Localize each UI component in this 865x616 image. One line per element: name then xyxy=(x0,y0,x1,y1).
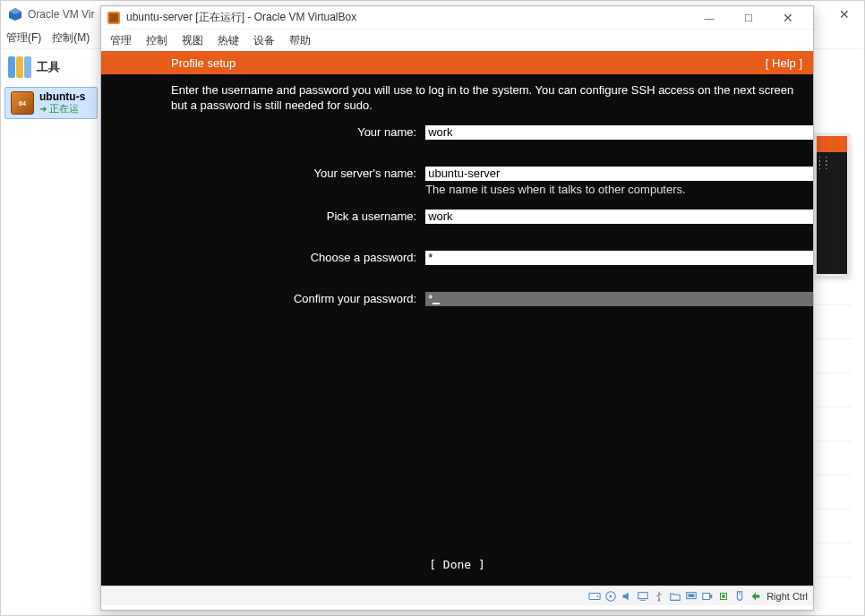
host-key-arrow-icon xyxy=(749,589,762,603)
manager-title: Oracle VM Vir xyxy=(28,8,94,21)
minimize-button[interactable]: — xyxy=(689,6,729,30)
manager-sidebar: 工具 64 ubuntu-s ➔ 正在运 xyxy=(1,49,101,119)
installer-title: Profile setup xyxy=(171,56,236,70)
done-button[interactable]: [ Done ] xyxy=(101,558,813,571)
vm-window-title: ubuntu-server [正在运行] - Oracle VM Virtual… xyxy=(126,10,356,25)
vm-menu-hotkeys[interactable]: 热键 xyxy=(218,33,239,48)
tools-icon xyxy=(8,56,31,78)
display-icon[interactable] xyxy=(684,589,698,603)
vm-status-bar: Right Ctrl xyxy=(101,586,813,605)
vm-menubar: 管理 控制 视图 热键 设备 帮助 xyxy=(101,30,813,51)
installer-header: Profile setup [ Help ] xyxy=(101,51,813,74)
svg-rect-13 xyxy=(702,593,709,599)
label-server-name: Your server's name: xyxy=(101,167,425,181)
svg-rect-15 xyxy=(722,595,725,598)
input-your-name[interactable]: work xyxy=(425,125,813,140)
vm-status-text: 正在运 xyxy=(49,103,79,114)
vm-titlebar[interactable]: ubuntu-server [正在运行] - Oracle VM Virtual… xyxy=(101,6,813,30)
input-username[interactable]: work xyxy=(425,210,813,224)
svg-point-7 xyxy=(609,595,612,597)
harddisk-icon[interactable] xyxy=(587,589,601,603)
svg-point-5 xyxy=(596,595,598,597)
menu-control[interactable]: 控制(M) xyxy=(52,30,90,46)
svg-rect-8 xyxy=(638,592,647,598)
menu-file[interactable]: 管理(F) xyxy=(6,30,41,46)
label-confirm-password: Confirm your password: xyxy=(101,292,425,306)
vm-running-window: ubuntu-server [正在运行] - Oracle VM Virtual… xyxy=(100,5,814,611)
label-your-name: Your name: xyxy=(101,125,425,140)
input-password[interactable]: * xyxy=(425,251,813,265)
svg-point-10 xyxy=(657,599,660,602)
virtualbox-logo-icon xyxy=(8,7,22,21)
audio-icon[interactable] xyxy=(620,589,633,603)
manager-close-button[interactable]: ✕ xyxy=(825,1,864,28)
mouse-integration-icon[interactable] xyxy=(732,589,746,603)
running-arrow-icon: ➔ xyxy=(39,104,47,114)
network-icon[interactable] xyxy=(636,589,649,603)
virtualbox-app-icon xyxy=(107,11,121,25)
installer-help-button[interactable]: [ Help ] xyxy=(766,56,802,70)
svg-rect-3 xyxy=(109,13,118,22)
vm-menu-view[interactable]: 视图 xyxy=(182,33,203,48)
sidebar-tools[interactable]: 工具 xyxy=(1,49,101,87)
vm-menu-control[interactable]: 控制 xyxy=(146,33,167,48)
tools-label: 工具 xyxy=(37,59,60,75)
guest-console[interactable]: Profile setup [ Help ] Enter the usernam… xyxy=(101,51,813,586)
profile-form: Your name: work Your server's name: ubun… xyxy=(101,125,813,306)
installer-instruction: Enter the username and password you will… xyxy=(101,74,813,113)
recording-icon[interactable] xyxy=(700,589,714,603)
label-password: Choose a password: xyxy=(101,251,425,265)
vm-menu-devices[interactable]: 设备 xyxy=(253,33,275,48)
input-confirm-password[interactable]: * xyxy=(425,292,813,306)
input-server-name[interactable]: ubuntu-server xyxy=(425,167,813,181)
vm-menu-manage[interactable]: 管理 xyxy=(110,33,132,48)
text-cursor xyxy=(432,303,440,304)
usb-icon[interactable] xyxy=(652,589,665,603)
close-button[interactable]: ✕ xyxy=(768,6,808,30)
label-username: Pick a username: xyxy=(101,210,425,224)
vm-os-icon: 64 xyxy=(11,91,34,115)
hint-server-name: The name it uses when it talks to other … xyxy=(425,182,813,197)
host-key-label: Right Ctrl xyxy=(765,591,808,602)
sidebar-vm-entry[interactable]: 64 ubuntu-s ➔ 正在运 xyxy=(4,87,98,119)
vm-preview-thumbnail: : :: :: : xyxy=(814,133,850,277)
optical-icon[interactable] xyxy=(604,589,617,603)
svg-rect-12 xyxy=(688,594,694,597)
shared-folder-icon[interactable] xyxy=(668,589,681,603)
vm-name: ubuntu-s xyxy=(39,91,85,103)
vm-menu-help[interactable]: 帮助 xyxy=(289,33,311,48)
processor-icon[interactable] xyxy=(716,589,730,603)
maximize-button[interactable]: ☐ xyxy=(729,6,768,30)
